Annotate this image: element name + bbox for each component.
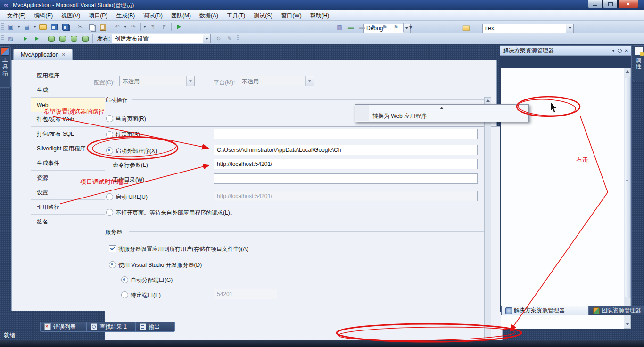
chevron-down-icon[interactable] — [203, 34, 210, 43]
toolbar-grip[interactable] — [1, 23, 4, 31]
property-tab-Silverlight 应用程序[interactable]: Silverlight 应用程序 — [31, 141, 105, 156]
menu-窗口W[interactable]: 窗口(W) — [277, 10, 305, 21]
toolbox-autohide-tab[interactable]: 工具箱 — [0, 46, 11, 88]
tab-team-explorer[interactable]: 团队资源管理器 — [589, 306, 644, 315]
start-debug-icon[interactable] — [173, 22, 184, 32]
debug-query-icon[interactable] — [32, 33, 42, 44]
navigate-back-icon[interactable]: ↰ — [148, 22, 158, 32]
minimize-button[interactable] — [588, 0, 603, 8]
solution-explorer-header[interactable]: 解决方案资源管理器 ▾ ✕ — [500, 46, 631, 56]
configuration-label: 配置(C): — [94, 79, 115, 87]
tab-solution-explorer[interactable]: 解决方案资源管理器 — [501, 306, 589, 315]
publish-edit-icon[interactable]: ✎ — [224, 33, 235, 44]
paste-icon[interactable] — [98, 22, 108, 32]
restore-button[interactable] — [603, 0, 618, 8]
property-tab-资源[interactable]: 资源 — [31, 171, 105, 185]
document-tab[interactable]: MvcApplication × — [13, 49, 73, 60]
window-position-icon[interactable]: ▾ — [612, 48, 615, 53]
menu-视图V[interactable]: 视图(V) — [57, 10, 84, 21]
publish-profile-combo[interactable]: 创建发布设置 — [112, 34, 211, 43]
toolbar-grip[interactable] — [237, 35, 239, 42]
close-button[interactable]: ✕ — [618, 0, 638, 8]
menu-团队M[interactable]: 团队(M) — [167, 10, 195, 21]
menu-数据A[interactable]: 数据(A) — [195, 10, 223, 21]
bookmark-prev-icon[interactable]: ⚑ — [391, 22, 401, 33]
external-program-input[interactable]: C:\Users\Administrator\AppData\Local\Goo… — [214, 145, 478, 155]
tab-find-results[interactable]: 查找结果 1 — [86, 322, 142, 332]
page-scrollbar[interactable] — [484, 97, 491, 347]
undo-icon[interactable]: ↶ — [112, 22, 123, 32]
menu-编辑E[interactable]: 编辑(E) — [30, 10, 57, 21]
auto-assign-port-radio[interactable] — [121, 276, 128, 283]
menu-项目P[interactable]: 项目(P) — [84, 10, 112, 21]
visual-studio-logo-icon: ∞ — [2, 2, 10, 8]
navigate-forward-icon[interactable]: ↱ — [159, 22, 169, 32]
copy-icon[interactable] — [86, 22, 97, 32]
solution-explorer-panel: 解决方案资源管理器 ▾ ✕ 解决方案资源管理器 团队资源管理器 — [500, 45, 632, 312]
dont-open-page-radio[interactable] — [106, 209, 113, 216]
transact-editor-icon[interactable] — [69, 33, 79, 44]
database-project-icon[interactable] — [80, 33, 91, 44]
close-icon[interactable]: × — [62, 51, 65, 58]
specific-page-input[interactable] — [214, 129, 478, 139]
menu-scroll-up-icon[interactable] — [355, 105, 528, 111]
schema-compare-icon[interactable] — [46, 33, 57, 44]
platform-combo[interactable]: 不适用 — [239, 76, 314, 86]
menu-生成B[interactable]: 生成(B) — [112, 10, 139, 21]
apply-server-settings-checkbox[interactable] — [109, 245, 116, 252]
property-tab-打包/发布 Web[interactable]: 打包/发布 Web — [31, 112, 105, 127]
pin-icon[interactable] — [618, 49, 622, 53]
new-query-icon[interactable]: ▨ — [6, 33, 16, 44]
publish-refresh-icon[interactable]: ↻ — [213, 33, 223, 44]
new-project-icon[interactable]: ▣ — [6, 22, 16, 32]
menu-帮助H[interactable]: 帮助(H) — [306, 10, 334, 21]
property-tab-生成事件[interactable]: 生成事件 — [31, 156, 105, 171]
tab-error-list[interactable]: 错误列表 — [40, 322, 93, 332]
menu-item-转换为-Web-应用程序[interactable]: 转换为 Web 应用程序 — [355, 111, 528, 121]
start-url-input[interactable]: http://localhost:54201/ — [214, 191, 478, 201]
save-icon[interactable] — [49, 22, 59, 32]
current-page-radio[interactable] — [106, 115, 113, 122]
execute-query-icon[interactable] — [20, 33, 31, 44]
start-url-radio[interactable] — [106, 193, 113, 200]
properties-autohide-tab[interactable]: 属性 — [633, 45, 644, 81]
find-combo-value: itex. — [483, 25, 566, 32]
comment-icon[interactable]: ▬ — [346, 22, 356, 33]
bookmark-icon[interactable]: ⚑ — [368, 22, 379, 33]
property-tab-打包/发布 SQL[interactable]: 打包/发布 SQL — [31, 127, 105, 141]
specific-page-radio[interactable] — [106, 131, 113, 138]
working-directory-input[interactable] — [214, 174, 478, 184]
command-line-args-input[interactable]: http://localhost:54201/ — [214, 159, 478, 169]
chevron-down-icon[interactable] — [566, 24, 573, 33]
find-combo[interactable]: itex. — [482, 24, 574, 33]
menu-工具T[interactable]: 工具(T) — [223, 10, 249, 21]
start-external-program-radio[interactable] — [106, 147, 113, 154]
toolbar-grip[interactable] — [1, 35, 4, 42]
add-item-icon[interactable]: ▤ — [22, 22, 32, 32]
property-tab-Web[interactable]: Web — [31, 98, 105, 112]
tab-label: 查找结果 1 — [99, 323, 127, 331]
property-tab-引用路径[interactable]: 引用路径 — [31, 200, 105, 215]
find-in-files-icon[interactable]: ▥ — [334, 22, 345, 33]
use-vs-dev-server-radio[interactable] — [109, 261, 116, 268]
property-tab-设置[interactable]: 设置 — [31, 185, 105, 200]
open-file-icon[interactable] — [38, 22, 48, 32]
menu-调试D[interactable]: 调试(D) — [139, 10, 167, 21]
cut-icon[interactable]: ✂ — [75, 22, 85, 32]
menu-测试S[interactable]: 测试(S) — [249, 10, 277, 21]
specific-port-radio[interactable] — [121, 291, 128, 298]
tab-output[interactable]: 输出 — [135, 322, 175, 332]
close-icon[interactable]: ✕ — [625, 48, 628, 53]
menu-文件F[interactable]: 文件(F) — [3, 10, 30, 21]
toolbox-options-icon[interactable]: ▾ — [405, 22, 416, 33]
save-all-icon[interactable] — [60, 22, 71, 32]
property-tab-签名[interactable]: 签名 — [31, 215, 105, 229]
redo-icon[interactable]: ↷ — [128, 22, 139, 32]
bookmark-next-icon[interactable]: ⚑ — [380, 22, 390, 33]
configuration-combo[interactable]: 不适用 — [119, 76, 195, 86]
specific-port-input[interactable]: 54201 — [214, 289, 277, 299]
uncomment-icon[interactable]: ▬ — [357, 22, 367, 33]
data-compare-icon[interactable] — [58, 33, 68, 44]
tree-scrollbar[interactable] — [624, 68, 631, 329]
browse-icon[interactable] — [461, 23, 471, 33]
